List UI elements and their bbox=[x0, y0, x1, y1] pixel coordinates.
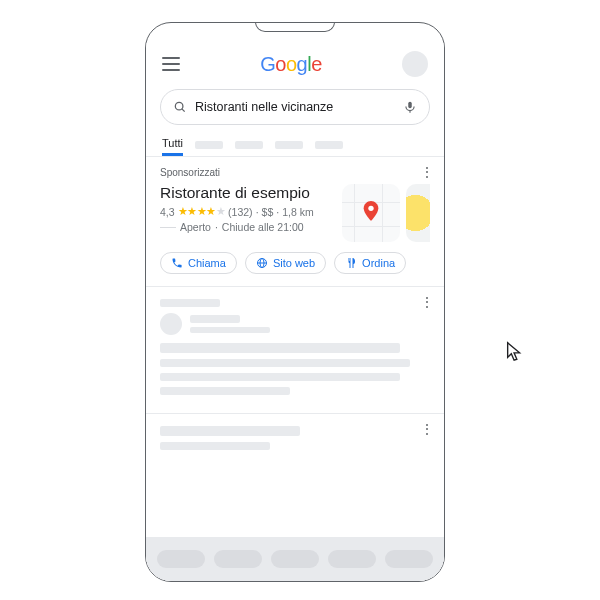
website-label: Sito web bbox=[273, 257, 315, 269]
phone-icon bbox=[171, 257, 183, 269]
order-button[interactable]: Ordina bbox=[334, 252, 406, 274]
mic-icon[interactable] bbox=[403, 100, 417, 114]
separator-dot: · bbox=[215, 221, 218, 233]
svg-rect-2 bbox=[408, 102, 412, 108]
utensils-icon bbox=[345, 257, 357, 269]
carousel-item[interactable] bbox=[214, 550, 262, 568]
app-header: Google bbox=[146, 43, 444, 81]
more-options-icon[interactable]: ⋮ bbox=[420, 422, 434, 436]
carousel-item[interactable] bbox=[328, 550, 376, 568]
sponsored-label: Sponsorizzati bbox=[160, 167, 430, 178]
more-options-icon[interactable]: ⋮ bbox=[420, 165, 434, 179]
distance: 1,8 km bbox=[282, 206, 314, 218]
action-chips: Chiama Sito web Ordina bbox=[160, 252, 430, 274]
map-thumbnail[interactable] bbox=[342, 184, 400, 242]
rating-value: 4,3 bbox=[160, 206, 175, 218]
call-label: Chiama bbox=[188, 257, 226, 269]
business-name[interactable]: Ristorante di esempio bbox=[160, 184, 332, 202]
more-options-icon[interactable]: ⋮ bbox=[420, 295, 434, 309]
open-status: Aperto bbox=[180, 221, 211, 233]
rating-row: 4,3 ★★★★★ (132) · $$ · 1,8 km bbox=[160, 205, 332, 218]
carousel-item[interactable] bbox=[385, 550, 433, 568]
globe-icon bbox=[256, 257, 268, 269]
website-button[interactable]: Sito web bbox=[245, 252, 326, 274]
review-count: (132) bbox=[228, 206, 253, 218]
account-avatar[interactable] bbox=[402, 51, 428, 77]
price-level: $$ bbox=[262, 206, 274, 218]
result-placeholder: ⋮ bbox=[146, 414, 444, 468]
carousel-item[interactable] bbox=[157, 550, 205, 568]
order-label: Ordina bbox=[362, 257, 395, 269]
tab-all[interactable]: Tutti bbox=[162, 137, 183, 156]
bottom-carousel[interactable] bbox=[146, 537, 444, 581]
favicon-placeholder bbox=[160, 313, 182, 335]
tab-placeholder[interactable] bbox=[235, 141, 263, 149]
mouse-cursor-icon bbox=[504, 340, 526, 362]
star-rating-icon: ★★★★★ bbox=[178, 205, 226, 218]
closes-text: Chiude alle 21:00 bbox=[222, 221, 304, 233]
tab-placeholder[interactable] bbox=[195, 141, 223, 149]
screen: Google Ristoranti nelle vicinanze Tutti … bbox=[146, 43, 444, 581]
separator-dot: · bbox=[276, 206, 279, 218]
svg-point-4 bbox=[368, 205, 373, 210]
search-icon bbox=[173, 100, 187, 114]
phone-frame: Google Ristoranti nelle vicinanze Tutti … bbox=[145, 22, 445, 582]
carousel-item[interactable] bbox=[271, 550, 319, 568]
phone-notch bbox=[255, 22, 335, 32]
svg-line-1 bbox=[182, 109, 185, 112]
map-pin-icon bbox=[363, 201, 379, 221]
svg-point-0 bbox=[175, 102, 183, 110]
photo-thumbnail[interactable] bbox=[406, 184, 430, 242]
search-query-text: Ristoranti nelle vicinanze bbox=[195, 100, 395, 114]
thumbnail-carousel[interactable] bbox=[342, 184, 430, 242]
menu-icon[interactable] bbox=[162, 57, 180, 71]
decorative-dash bbox=[160, 227, 176, 228]
tab-placeholder[interactable] bbox=[275, 141, 303, 149]
search-tabs: Tutti bbox=[146, 133, 444, 157]
google-logo: Google bbox=[260, 53, 322, 76]
separator-dot: · bbox=[256, 206, 259, 218]
hours-row: Aperto · Chiude alle 21:00 bbox=[160, 221, 332, 233]
result-placeholder: ⋮ bbox=[146, 287, 444, 414]
search-bar[interactable]: Ristoranti nelle vicinanze bbox=[160, 89, 430, 125]
call-button[interactable]: Chiama bbox=[160, 252, 237, 274]
sponsored-business-card: Sponsorizzati ⋮ Ristorante di esempio 4,… bbox=[146, 157, 444, 287]
tab-placeholder[interactable] bbox=[315, 141, 343, 149]
